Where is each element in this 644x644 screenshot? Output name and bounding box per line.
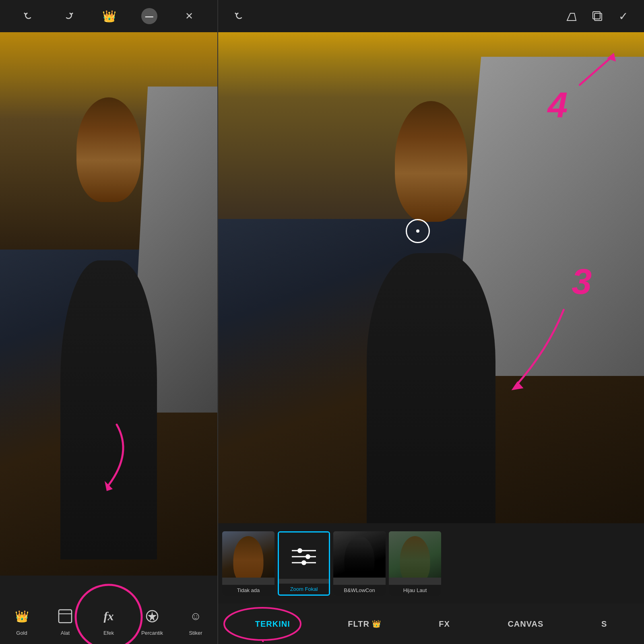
hair-right xyxy=(395,101,467,222)
gold-label: Gold xyxy=(16,630,27,636)
gold-icon: 👑 xyxy=(10,605,33,627)
svg-rect-6 xyxy=(593,12,600,19)
filter-thumb-img-2 xyxy=(279,533,329,579)
filter-label-2: Zoom Fokal xyxy=(279,584,329,594)
focal-point[interactable] xyxy=(406,219,430,243)
filter-tidak-ada[interactable]: Tidak ada xyxy=(222,531,275,596)
body-right xyxy=(367,253,495,523)
filter-label-3: B&WLowCon xyxy=(333,585,386,596)
eraser-button[interactable] xyxy=(563,7,580,25)
body-left xyxy=(60,260,157,559)
hair-left xyxy=(76,97,141,202)
layers-button[interactable] xyxy=(588,7,606,25)
crown-button-left[interactable]: 👑 xyxy=(101,7,118,25)
tool-efek[interactable]: fx Efek xyxy=(97,605,120,636)
right-image-area[interactable]: 4 3 xyxy=(218,32,644,523)
nav-canvas[interactable]: CANVAS xyxy=(508,619,543,629)
tool-percantik[interactable]: Percantik xyxy=(141,605,163,636)
filter-hijau-laut[interactable]: Hijau Laut xyxy=(389,531,441,596)
filter-thumb-img-1 xyxy=(222,531,275,578)
svg-point-17 xyxy=(301,560,306,565)
photo-portrait-left xyxy=(0,32,217,576)
svg-rect-7 xyxy=(594,13,602,21)
filter-thumb-img-3 xyxy=(333,531,386,578)
percantik-label: Percantik xyxy=(141,630,163,636)
right-panel: ✓ 4 3 xyxy=(217,0,644,644)
bottom-nav: TERKINI FLTR 👑 FX CANVAS S xyxy=(218,604,644,644)
svg-point-13 xyxy=(297,548,302,553)
check-button[interactable]: ✓ xyxy=(614,7,632,25)
filter-bwlowcon[interactable]: B&WLowCon xyxy=(333,531,386,596)
left-bottom-toolbar: 👑 Gold Alat fx Efek xyxy=(0,576,217,644)
svg-point-15 xyxy=(305,554,310,559)
nav-fltr[interactable]: FLTR 👑 xyxy=(348,619,381,629)
filter-label-4: Hijau Laut xyxy=(389,585,441,596)
left-toolbar: 👑 — ✕ xyxy=(0,0,217,32)
svg-rect-1 xyxy=(59,610,72,623)
tool-alat[interactable]: Alat xyxy=(54,605,76,636)
filter-label-1: Tidak ada xyxy=(222,585,275,596)
nav-fx[interactable]: FX xyxy=(439,619,450,629)
undo-button[interactable] xyxy=(19,7,37,25)
nav-s[interactable]: S xyxy=(601,619,607,629)
minus-circle-button[interactable]: — xyxy=(141,8,157,24)
tool-gold[interactable]: 👑 Gold xyxy=(10,605,33,636)
crown-icon-fltr: 👑 xyxy=(372,619,381,628)
left-image-area xyxy=(0,32,217,576)
efek-label: Efek xyxy=(103,630,114,636)
nav-terkini[interactable]: TERKINI xyxy=(255,619,290,629)
bottom-tools: 👑 Gold Alat fx Efek xyxy=(0,601,217,640)
close-button-left[interactable]: ✕ xyxy=(180,7,198,25)
percantik-icon xyxy=(141,605,163,627)
right-toolbar: ✓ xyxy=(218,0,644,32)
focal-dot xyxy=(416,229,419,233)
filter-zoom-fokal[interactable]: Zoom Fokal xyxy=(278,531,330,596)
photo-portrait-right xyxy=(218,32,644,523)
redo-button[interactable] xyxy=(60,7,78,25)
stiker-label: Stiker xyxy=(189,630,202,636)
filter-thumb-img-4 xyxy=(389,531,441,578)
alat-icon xyxy=(54,605,76,627)
alat-label: Alat xyxy=(61,630,70,636)
stiker-icon: ☺ xyxy=(184,605,207,627)
efek-icon: fx xyxy=(97,605,120,627)
left-panel: 👑 — ✕ 👑 Gold xyxy=(0,0,217,644)
filter-strip: Tidak ada Zoom Fokal xyxy=(218,523,644,604)
undo-button-right[interactable] xyxy=(230,7,248,25)
right-toolbar-icons: ✓ xyxy=(563,7,632,25)
tool-stiker[interactable]: ☺ Stiker xyxy=(184,605,207,636)
